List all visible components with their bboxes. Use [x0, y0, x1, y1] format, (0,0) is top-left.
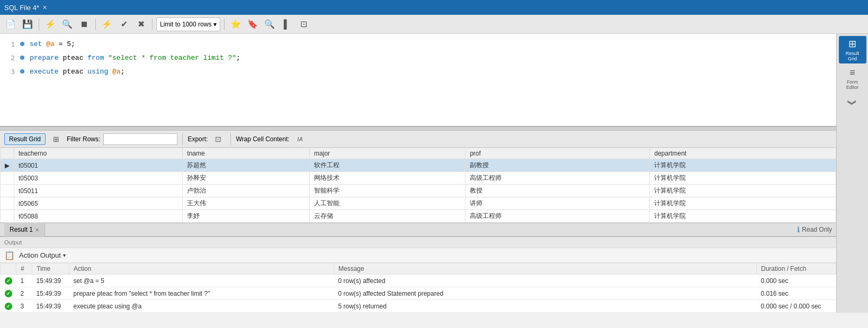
line-code-1: set @a = 5; [30, 40, 75, 48]
cell-department: 计算机学院 [650, 172, 836, 185]
table-header-row: teacherno tname major prof department [1, 148, 836, 159]
cell-teacherno: t05001 [14, 159, 183, 172]
filter-rows-input[interactable] [103, 133, 177, 145]
cancel-button[interactable]: ✖ [133, 17, 148, 32]
main-toolbar: 📄 💾 ⚡ 🔍 ⏹ ⚡ ✔ ✖ Limit to 1000 rows ▾ ⭐ 🔖… [0, 15, 868, 34]
title-close-button[interactable]: ✕ [42, 4, 47, 11]
kw-prepare: prepare [30, 54, 62, 62]
star-button[interactable]: ⭐ [228, 17, 243, 32]
action-time: 15:49:39 [32, 287, 69, 300]
cell-department: 计算机学院 [650, 159, 836, 172]
action-num: 3 [16, 300, 32, 313]
line-dot-3 [20, 69, 24, 74]
toggle-button[interactable]: ▌ [279, 17, 294, 32]
action-message: 5 row(s) returned [334, 300, 757, 313]
row-arrow: ▶ [1, 159, 14, 172]
cell-teacherno: t05003 [14, 172, 183, 185]
action-row: ✓215:49:39prepare pteac from "select * f… [1, 287, 836, 300]
action-num: 1 [16, 275, 32, 287]
result-tabs-bar: Result 1 ✕ ℹ Read Only [0, 223, 836, 236]
line-number-1: 1 [4, 40, 15, 48]
result-table: teacherno tname major prof department ▶t… [0, 148, 836, 223]
new-file-button[interactable]: 📄 [3, 17, 18, 32]
check-button[interactable]: ✔ [117, 17, 131, 32]
action-col-time: Time [32, 263, 69, 275]
output-header: Output [0, 237, 836, 248]
cell-prof: 高级工程师 [466, 210, 650, 223]
var-a: @a [46, 40, 55, 48]
action-row: ✓115:49:39set @a = 50 row(s) affected0.0… [1, 275, 836, 287]
separator-1 [39, 19, 39, 30]
bookmark-button[interactable]: 🔖 [245, 17, 260, 32]
cell-major: 智能科学 [310, 185, 466, 197]
kw-execute: execute [30, 68, 62, 76]
action-col-status [1, 263, 16, 275]
line-code-3: execute pteac using @a; [30, 68, 124, 76]
form-editor-sidebar-btn[interactable]: ≡ FormEditor [839, 65, 866, 92]
line-number-3: 3 [4, 68, 15, 76]
export-label: Export: [187, 135, 208, 143]
action-duration: 0.016 sec [757, 287, 836, 300]
cell-prof: 高级工程师 [466, 172, 650, 185]
result-grid-icon: ⊞ [848, 38, 856, 50]
action-row: ✓315:49:39execute pteac using @a5 row(s)… [1, 300, 836, 313]
execute-script-button[interactable]: ⚡ [100, 17, 114, 32]
stop-button[interactable]: ⏹ [77, 17, 92, 32]
wrap-cell-button[interactable]: IA [293, 132, 308, 147]
export-icon-button[interactable]: ⊡ [211, 132, 226, 147]
action-duration: 0.000 sec [757, 275, 836, 287]
result-grid-sidebar-btn[interactable]: ⊞ ResultGrid [839, 36, 866, 63]
result-sep-1 [182, 133, 183, 145]
action-output-dropdown[interactable]: Action Output ▾ [19, 251, 66, 259]
wrap-cell-label: Wrap Cell Content: [236, 135, 289, 143]
search-button[interactable]: 🔍 [262, 17, 277, 32]
execute-button[interactable]: ⚡ [43, 17, 58, 32]
cell-tname: 王大伟 [183, 197, 310, 210]
action-text: execute pteac using @a [69, 300, 334, 313]
result-grid-button[interactable]: Result Grid [4, 133, 46, 145]
pteac-name: pteac [62, 54, 87, 62]
cell-tname: 苏超然 [183, 159, 310, 172]
line-dot-2 [20, 56, 24, 60]
result-tab-close[interactable]: ✕ [35, 227, 39, 233]
table-row[interactable]: t05011卢勃治智能科学教授计算机学院 [1, 185, 836, 197]
action-text: set @a = 5 [69, 275, 334, 287]
filter-rows-label: Filter Rows: [67, 135, 100, 143]
result-tab-1[interactable]: Result 1 ✕ [4, 223, 45, 236]
limit-dropdown-arrow: ▾ [213, 21, 217, 28]
limit-dropdown[interactable]: Limit to 1000 rows ▾ [156, 17, 220, 31]
readonly-text: Read Only [802, 226, 832, 233]
cell-major: 人工智能 [310, 197, 466, 210]
editor-area[interactable]: 1 set @a = 5; 2 prepare pteac from "sele… [0, 34, 836, 126]
form-editor-icon: ≡ [849, 67, 855, 78]
editor-divider [0, 126, 836, 131]
action-num: 2 [16, 287, 32, 300]
editor-line-1: 1 set @a = 5; [0, 37, 836, 51]
table-row[interactable]: t05065王大伟人工智能讲师计算机学院 [1, 197, 836, 210]
output-section: Output 📋 Action Output ▾ # Time Action [0, 236, 836, 313]
kw-set: set [30, 40, 46, 48]
var-a-2: @a [112, 68, 121, 76]
sidebar-chevron-down[interactable]: ❯ [845, 97, 860, 108]
limit-label: Limit to 1000 rows [160, 21, 211, 28]
code-rest-1: = 5; [55, 40, 75, 48]
grid-icon-button[interactable]: ⊞ [49, 132, 64, 147]
explain-button[interactable]: 🔍 [60, 17, 75, 32]
action-table: # Time Action Message Duration / Fetch ✓… [0, 263, 836, 313]
table-row[interactable]: t05003孙释安网络技术高级工程师计算机学院 [1, 172, 836, 185]
row-arrow [1, 185, 14, 197]
cell-prof: 讲师 [466, 197, 650, 210]
title-text: SQL File 4* [4, 4, 39, 12]
cell-department: 计算机学院 [650, 185, 836, 197]
save-button[interactable]: 💾 [20, 17, 35, 32]
table-row[interactable]: ▶t05001苏超然软件工程副教授计算机学院 [1, 159, 836, 172]
action-header-row: # Time Action Message Duration / Fetch [1, 263, 836, 275]
cell-tname: 李妤 [183, 210, 310, 223]
table-row[interactable]: t05088李妤云存储高级工程师计算机学院 [1, 210, 836, 223]
result-tab-label: Result 1 [10, 226, 33, 233]
data-table-container[interactable]: teacherno tname major prof department ▶t… [0, 148, 836, 223]
action-col-message: Message [334, 263, 757, 275]
export-button[interactable]: ⊡ [296, 17, 311, 32]
code-semi-3: ; [121, 68, 125, 76]
col-header-tname: tname [183, 148, 310, 159]
